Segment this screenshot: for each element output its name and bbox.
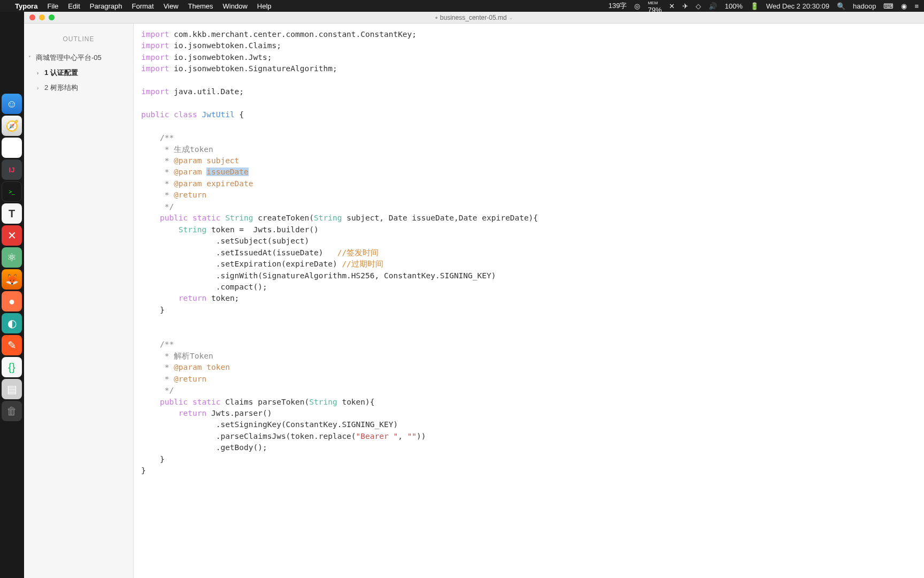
window-body: OUTLINE ˅商城管理中心平台-05›1 认证配置›2 树形结构 impor…	[24, 24, 924, 578]
mem-indicator[interactable]: MEM79%	[648, 0, 661, 14]
outline-item-label: 商城管理中心平台-05	[36, 53, 102, 63]
dock-xmind-icon[interactable]: ✕	[2, 225, 22, 246]
outline-header: OUTLINE	[24, 30, 133, 50]
battery-icon[interactable]: 🔋	[750, 2, 759, 10]
menu-help[interactable]: Help	[257, 2, 272, 10]
screenshot-icon[interactable]: ◎	[634, 2, 640, 10]
user-name[interactable]: hadoop	[853, 2, 876, 10]
outline-item-0[interactable]: ˅商城管理中心平台-05	[27, 50, 130, 65]
close-button[interactable]	[29, 14, 35, 20]
menu-view[interactable]: View	[164, 2, 179, 10]
chevron-down-icon[interactable]: ⌄	[509, 15, 513, 20]
app-name[interactable]: Typora	[15, 2, 37, 10]
dock-wechat-dev-icon[interactable]: {}	[2, 357, 22, 377]
dock-app-orange2-icon[interactable]: ✎	[2, 335, 22, 355]
maximize-button[interactable]	[49, 14, 55, 20]
outline-sidebar: OUTLINE ˅商城管理中心平台-05›1 认证配置›2 树形结构	[24, 24, 134, 578]
macos-menubar: Typora File Edit Paragraph Format View T…	[0, 0, 924, 12]
fan-icon[interactable]: ✕	[669, 2, 675, 10]
chevron-icon[interactable]: ›	[37, 85, 42, 91]
outline-tree: ˅商城管理中心平台-05›1 认证配置›2 树形结构	[24, 50, 133, 95]
dock-finder-icon[interactable]: ☺	[2, 94, 22, 114]
editor-area[interactable]: import com.kkb.merchant.center.common.co…	[134, 24, 924, 578]
dock-safari-icon[interactable]: 🧭	[2, 116, 22, 136]
window-title: ● business_center-05.md ⌄	[435, 14, 513, 21]
control-center-icon[interactable]: ≡	[914, 2, 919, 10]
outline-item-2[interactable]: ›2 树形结构	[27, 80, 130, 95]
menubar-left: Typora File Edit Paragraph Format View T…	[5, 2, 272, 10]
minimize-button[interactable]	[39, 14, 45, 20]
menu-window[interactable]: Window	[223, 2, 248, 10]
typora-window: ● business_center-05.md ⌄ OUTLINE ˅商城管理中…	[24, 12, 924, 578]
menu-format[interactable]: Format	[132, 2, 153, 10]
send-icon[interactable]: ✈	[682, 2, 688, 10]
datetime[interactable]: Wed Dec 2 20:30:09	[766, 2, 829, 10]
dock-typora-icon[interactable]: T	[2, 203, 22, 224]
siri-icon[interactable]: ◉	[901, 2, 907, 10]
dock: ☺🧭◉IJ>_T✕⚛🦊●◐✎{}▤🗑	[2, 94, 24, 421]
menu-file[interactable]: File	[47, 2, 58, 10]
menu-edit[interactable]: Edit	[68, 2, 80, 10]
outline-item-1[interactable]: ›1 认证配置	[27, 65, 130, 80]
dock-app-orange-icon[interactable]: ●	[2, 291, 22, 311]
wifi-icon[interactable]: ◇	[696, 2, 701, 10]
traffic-lights	[29, 14, 55, 20]
word-count[interactable]: 139字	[609, 1, 627, 11]
dock-terminal-icon[interactable]: >_	[2, 181, 22, 202]
outline-item-label: 2 树形结构	[44, 83, 78, 93]
menu-paragraph[interactable]: Paragraph	[90, 2, 122, 10]
dock-firefox-icon[interactable]: 🦊	[2, 269, 22, 290]
spotlight-icon[interactable]: 🔍	[837, 2, 845, 10]
dock-intellij-icon[interactable]: IJ	[2, 159, 22, 180]
chevron-icon[interactable]: ›	[37, 70, 42, 76]
dock-atom-icon[interactable]: ⚛	[2, 247, 22, 268]
document-modified-icon: ●	[435, 15, 437, 20]
battery-pct[interactable]: 100%	[725, 2, 742, 10]
menu-themes[interactable]: Themes	[188, 2, 213, 10]
dock-trash-icon[interactable]: 🗑	[2, 401, 22, 421]
menubar-right: 139字 ◎ MEM79% ✕ ✈ ◇ 🔊 100% 🔋 Wed Dec 2 2…	[609, 0, 919, 14]
input-source-icon[interactable]: ⌨	[883, 2, 894, 10]
volume-icon[interactable]: 🔊	[709, 2, 717, 10]
chevron-icon[interactable]: ˅	[28, 55, 34, 61]
document-filename: business_center-05.md	[440, 14, 507, 21]
outline-item-label: 1 认证配置	[44, 68, 78, 78]
dock-notes-icon[interactable]: ▤	[2, 379, 22, 399]
dock-chrome-icon[interactable]: ◉	[2, 138, 22, 158]
dock-app-teal-icon[interactable]: ◐	[2, 313, 22, 333]
